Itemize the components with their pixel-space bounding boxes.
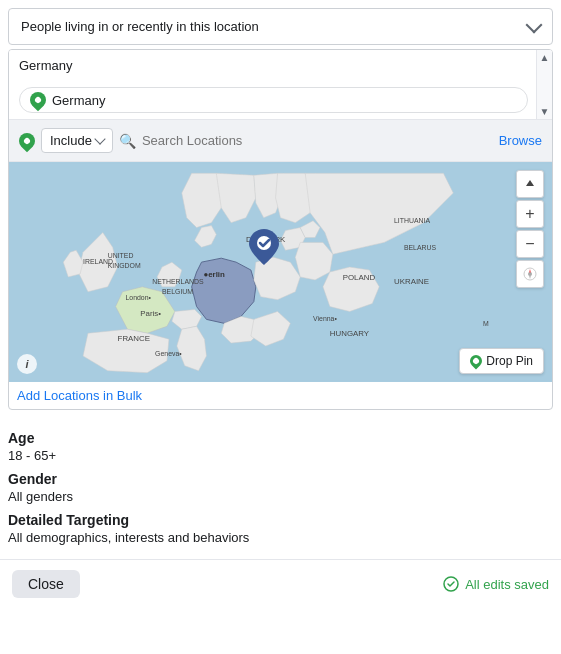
drop-pin-icon [468,353,485,370]
drop-pin-button[interactable]: Drop Pin [459,348,544,374]
search-locations-input[interactable] [142,133,493,148]
browse-button[interactable]: Browse [499,133,542,148]
svg-text:M: M [483,320,489,327]
gender-label: Gender [8,471,553,487]
location-header: Germany [9,50,552,81]
search-locations-bar: 🔍 [119,133,493,149]
include-button[interactable]: Include [41,128,113,153]
map-info-button[interactable]: i [17,354,37,374]
include-chevron-icon [94,133,105,144]
saved-label: All edits saved [465,577,549,592]
location-tag: Germany [19,87,528,113]
svg-text:UNITED: UNITED [108,252,134,259]
age-value: 18 - 65+ [8,448,553,463]
include-search-bar: Include 🔍 Browse [9,119,552,162]
map-controls: + − [516,170,544,288]
svg-text:Geneva•: Geneva• [155,350,182,357]
map-container[interactable]: IRELAND UNITED KINGDOM London• NETHERLAN… [9,162,552,382]
map-navigate-up-button[interactable] [516,170,544,198]
svg-text:FRANCE: FRANCE [118,334,150,343]
svg-text:Vienna•: Vienna• [313,315,337,322]
svg-text:BELARUS: BELARUS [404,244,437,251]
svg-text:HUNGARY: HUNGARY [330,329,370,338]
svg-text:NETHERLANDS: NETHERLANDS [152,278,204,285]
pin-green-icon [27,89,50,112]
close-button[interactable]: Close [12,570,80,598]
map-compass-button[interactable] [516,260,544,288]
map-zoom-out-button[interactable]: − [516,230,544,258]
bottom-bar: Close All edits saved [0,559,561,608]
svg-text:UKRAINE: UKRAINE [394,277,429,286]
location-panel: Germany ▲ ▼ Germany Include 🔍 Browse [8,49,553,410]
detailed-targeting-label: Detailed Targeting [8,512,553,528]
search-icon: 🔍 [119,133,136,149]
add-locations-bulk-link[interactable]: Add Locations in Bulk [9,382,150,409]
map-zoom-in-button[interactable]: + [516,200,544,228]
svg-text:BELGIUM: BELGIUM [162,288,193,295]
location-tag-row: Germany [9,81,552,119]
location-type-dropdown[interactable]: People living in or recently in this loc… [8,8,553,45]
svg-text:Paris•: Paris• [140,309,161,318]
age-label: Age [8,430,553,446]
germany-map-marker [249,229,279,268]
saved-status: All edits saved [443,576,549,592]
scroll-down-arrow[interactable]: ▼ [540,106,550,117]
svg-text:LITHUANIA: LITHUANIA [394,217,430,224]
svg-point-21 [528,272,532,276]
check-circle-icon [443,576,459,592]
chevron-down-icon [526,16,543,33]
gender-value: All genders [8,489,553,504]
location-tag-text: Germany [52,93,105,108]
location-type-label: People living in or recently in this loc… [21,19,259,34]
detailed-targeting-value: All demographics, interests and behavior… [8,530,553,545]
scroll-up-arrow[interactable]: ▲ [540,52,550,63]
svg-text:●erlin: ●erlin [203,270,225,279]
include-label: Include [50,133,92,148]
svg-text:London•: London• [125,294,151,301]
svg-text:POLAND: POLAND [343,273,376,282]
targeting-section: Age 18 - 65+ Gender All genders Detailed… [0,414,561,555]
drop-pin-label: Drop Pin [486,354,533,368]
country-label: Germany [19,58,72,73]
svg-text:KINGDOM: KINGDOM [108,262,141,269]
include-pin-icon [16,129,39,152]
